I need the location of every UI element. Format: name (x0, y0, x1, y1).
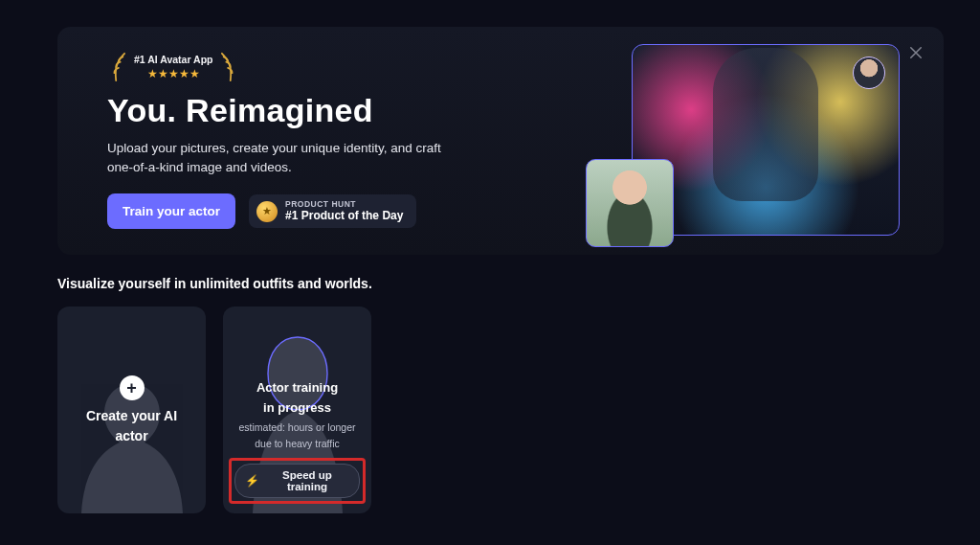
badge-tag-text: #1 AI Avatar App (134, 54, 212, 65)
product-hunt-badge[interactable]: ★ PRODUCT HUNT #1 Product of the Day (249, 194, 416, 228)
hero-subtitle: Upload your pictures, create your unique… (107, 139, 452, 176)
speed-up-highlight: ⚡ Speed up training (229, 458, 366, 504)
training-title-2: in progress (263, 401, 331, 416)
speed-up-training-button[interactable]: ⚡ Speed up training (234, 464, 360, 498)
ph-label-bottom: #1 Product of the Day (285, 210, 403, 222)
hero-banner: #1 AI Avatar App ★★★★★ You. Reimagined U… (57, 27, 944, 255)
training-sub-1: estimated: hours or longer (239, 421, 356, 434)
hero-imagery (593, 44, 900, 241)
create-actor-card[interactable]: + Create your AI actor (57, 307, 206, 513)
five-star-icon: ★★★★★ (147, 67, 200, 80)
speed-up-label: Speed up training (265, 469, 349, 492)
training-sub-2: due to heavy traffic (255, 438, 340, 450)
plus-icon: + (120, 375, 145, 400)
training-actor-card: Actor training in progress estimated: ho… (223, 307, 371, 513)
bolt-icon: ⚡ (245, 474, 259, 488)
laurel-left-icon (107, 52, 128, 82)
train-actor-button[interactable]: Train your actor (107, 193, 235, 229)
create-card-title-2: actor (115, 428, 147, 444)
hero-side-image (586, 159, 674, 247)
avatar-bubble-icon (853, 57, 885, 89)
create-card-title-1: Create your AI (86, 408, 177, 424)
close-icon[interactable] (907, 44, 924, 61)
laurel-right-icon (218, 52, 239, 82)
medal-icon: ★ (256, 201, 278, 222)
section-title: Visualize yourself in unlimited outfits … (57, 276, 980, 291)
training-title-1: Actor training (256, 381, 338, 396)
